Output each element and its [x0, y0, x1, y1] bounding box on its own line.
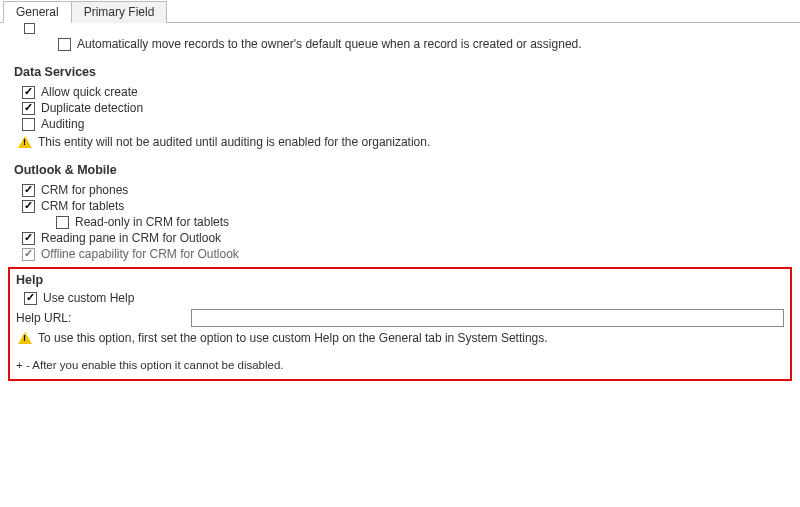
- help-url-label: Help URL:: [16, 311, 191, 325]
- offline-checkbox[interactable]: [22, 248, 35, 261]
- phones-checkbox[interactable]: [22, 184, 35, 197]
- duplicate-row: Duplicate detection: [22, 101, 792, 115]
- quick-create-label: Allow quick create: [41, 85, 138, 99]
- reading-pane-checkbox[interactable]: [22, 232, 35, 245]
- reading-pane-label: Reading pane in CRM for Outlook: [41, 231, 221, 245]
- help-url-input[interactable]: [191, 309, 784, 327]
- quick-create-row: Allow quick create: [22, 85, 792, 99]
- tablets-label: CRM for tablets: [41, 199, 124, 213]
- readonly-tablets-row: Read-only in CRM for tablets: [56, 215, 792, 229]
- quick-create-checkbox[interactable]: [22, 86, 35, 99]
- tab-primary-field[interactable]: Primary Field: [71, 1, 168, 23]
- auto-move-checkbox[interactable]: [58, 38, 71, 51]
- reading-pane-row: Reading pane in CRM for Outlook: [22, 231, 792, 245]
- content: Queues Automatically move records to the…: [0, 23, 800, 389]
- phones-row: CRM for phones: [22, 183, 792, 197]
- help-title: Help: [16, 273, 784, 287]
- help-footnote: + - After you enable this option it cann…: [16, 359, 784, 371]
- help-warning-text: To use this option, first set the option…: [38, 331, 548, 345]
- help-warning-row: To use this option, first set the option…: [18, 331, 784, 345]
- auditing-row: Auditing: [22, 117, 792, 131]
- use-custom-help-label: Use custom Help: [43, 291, 134, 305]
- warning-icon: [18, 332, 32, 344]
- use-custom-help-row: Use custom Help: [24, 291, 784, 305]
- outlook-title: Outlook & Mobile: [14, 163, 792, 177]
- auto-move-row: Automatically move records to the owner'…: [58, 37, 792, 51]
- auditing-label: Auditing: [41, 117, 84, 131]
- auto-move-label: Automatically move records to the owner'…: [77, 37, 582, 51]
- duplicate-checkbox[interactable]: [22, 102, 35, 115]
- warning-icon: [18, 136, 32, 148]
- readonly-tablets-checkbox[interactable]: [56, 216, 69, 229]
- help-section: Help Use custom Help Help URL: To use th…: [8, 267, 792, 381]
- offline-label: Offline capability for CRM for Outlook: [41, 247, 239, 261]
- checkbox-placeholder: [24, 23, 35, 34]
- use-custom-help-checkbox[interactable]: [24, 292, 37, 305]
- auditing-warning-row: This entity will not be audited until au…: [18, 135, 792, 149]
- help-url-row: Help URL:: [16, 309, 784, 327]
- auditing-checkbox[interactable]: [22, 118, 35, 131]
- tablets-checkbox[interactable]: [22, 200, 35, 213]
- tab-bar: General Primary Field: [0, 0, 800, 23]
- tab-general[interactable]: General: [3, 1, 72, 23]
- offline-row: Offline capability for CRM for Outlook: [22, 247, 792, 261]
- readonly-tablets-label: Read-only in CRM for tablets: [75, 215, 229, 229]
- duplicate-label: Duplicate detection: [41, 101, 143, 115]
- phones-label: CRM for phones: [41, 183, 128, 197]
- tablets-row: CRM for tablets: [22, 199, 792, 213]
- auditing-warning-text: This entity will not be audited until au…: [38, 135, 430, 149]
- data-services-title: Data Services: [14, 65, 792, 79]
- truncated-queues-row: Queues: [26, 21, 792, 35]
